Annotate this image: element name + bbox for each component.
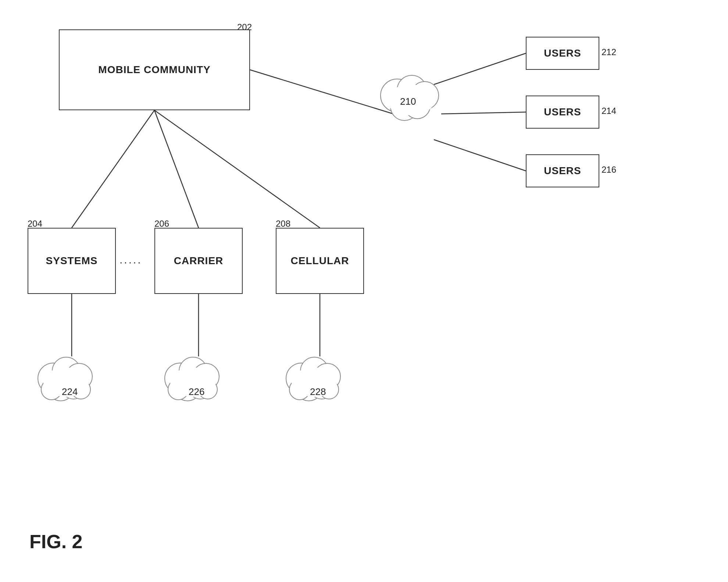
ref-208: 208 [276, 219, 290, 229]
svg-point-39 [310, 375, 334, 399]
cloud-226 [165, 357, 219, 401]
svg-point-31 [168, 379, 189, 400]
users-box-1: USERS [526, 37, 599, 70]
svg-point-22 [41, 379, 62, 400]
users-box-3: USERS [526, 154, 599, 187]
svg-point-41 [320, 380, 339, 399]
svg-text:210: 210 [400, 96, 416, 107]
ref-216: 216 [602, 165, 616, 175]
svg-point-15 [387, 85, 435, 115]
svg-point-11 [397, 75, 427, 105]
svg-point-14 [404, 93, 430, 119]
svg-point-12 [411, 82, 439, 109]
svg-point-23 [71, 380, 90, 399]
svg-point-35 [286, 363, 317, 394]
users-label-1: USERS [544, 47, 581, 59]
cellular-label: CELLULAR [291, 255, 349, 267]
ref-212: 212 [602, 47, 616, 57]
svg-text:228: 228 [310, 386, 326, 397]
svg-point-26 [165, 363, 196, 394]
users-box-2: USERS [526, 96, 599, 129]
svg-point-24 [43, 367, 89, 397]
svg-line-1 [154, 110, 199, 228]
users-label-2: USERS [544, 106, 581, 118]
svg-point-30 [188, 375, 213, 399]
svg-point-37 [314, 363, 340, 390]
svg-point-10 [381, 79, 414, 112]
svg-line-2 [154, 110, 320, 228]
svg-point-40 [289, 379, 310, 400]
svg-point-20 [47, 374, 74, 401]
svg-point-17 [38, 363, 69, 394]
svg-text:226: 226 [189, 386, 204, 397]
svg-line-3 [250, 70, 393, 114]
svg-point-42 [292, 367, 337, 397]
cloud-224 [38, 357, 92, 401]
systems-label: SYSTEMS [46, 255, 98, 267]
figure-label: FIG. 2 [29, 531, 82, 553]
svg-line-6 [434, 140, 526, 171]
svg-point-13 [390, 93, 418, 121]
svg-point-18 [52, 357, 80, 385]
users-label-3: USERS [544, 165, 581, 177]
svg-point-29 [174, 374, 201, 401]
svg-point-32 [198, 380, 217, 399]
systems-box: SYSTEMS [28, 228, 116, 294]
svg-point-36 [300, 357, 328, 385]
ref-202: 202 [237, 22, 252, 32]
svg-point-28 [193, 363, 219, 390]
ref-204: 204 [28, 219, 42, 229]
svg-line-4 [434, 53, 526, 85]
mobile-community-box: MOBILE COMMUNITY [59, 29, 250, 110]
svg-point-21 [61, 375, 86, 399]
diagram-container: 210 224 226 [0, 0, 728, 582]
cellular-box: CELLULAR [276, 228, 364, 294]
carrier-box: CARRIER [154, 228, 243, 294]
ref-214: 214 [602, 106, 616, 116]
ref-206: 206 [154, 219, 169, 229]
dots-separator: ..... [119, 254, 142, 266]
carrier-label: CARRIER [174, 255, 224, 267]
cloud-228 [286, 357, 340, 401]
svg-point-33 [170, 367, 216, 397]
svg-line-0 [72, 110, 154, 228]
svg-point-38 [296, 374, 322, 401]
mobile-community-label: MOBILE COMMUNITY [98, 64, 210, 76]
svg-point-19 [66, 363, 92, 390]
svg-text:224: 224 [62, 386, 78, 397]
cloud-210 [381, 75, 439, 121]
svg-line-5 [441, 112, 526, 114]
svg-point-27 [179, 357, 207, 385]
